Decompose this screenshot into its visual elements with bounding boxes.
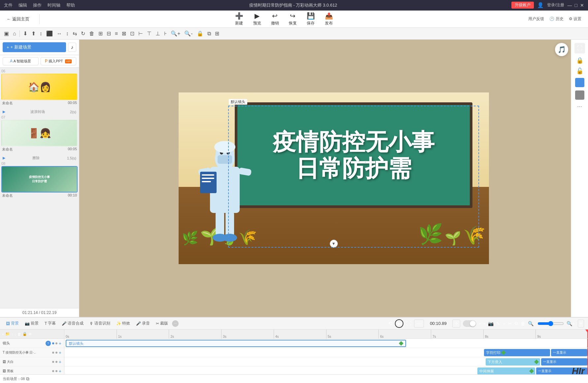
track-block-text-anim[interactable]: 字符打印 [484,349,550,356]
music-button[interactable]: ♪ [68,43,76,52]
tool-delete[interactable]: 🗑 [88,30,96,37]
more-options-button[interactable]: ··· [577,103,582,110]
delete-tl-button[interactable]: 🗑 [521,321,525,326]
tool-copy[interactable]: ⧉ [206,30,212,37]
maximize-button[interactable]: □ [575,3,577,8]
music-float-button[interactable]: 🎵 [555,43,568,56]
tool-distribute-v[interactable]: ⊢ [137,30,144,37]
time-minus-button[interactable]: — [414,320,424,328]
effect-toggle[interactable]: ✨ 特效 [114,320,132,327]
track-dot-dabai1[interactable] [52,361,54,363]
track-dot-text1[interactable] [52,352,54,354]
back-button[interactable]: ← 返回主页 [7,16,29,22]
tool-align-center-h[interactable]: ≡ [114,30,119,37]
tool-group[interactable]: ⊞ [97,30,104,37]
history-link[interactable]: 🕐 历史 [549,16,563,22]
unlock-button[interactable]: 🔓 [576,67,583,75]
track-help-icon[interactable]: ? [46,341,51,346]
track-add-icon[interactable]: + [2,332,4,336]
color-swatch-gray[interactable] [575,90,584,100]
upgrade-button[interactable]: 升级账户 [511,2,534,9]
insert-ppt-button[interactable]: P 插入PPT [41,57,77,65]
menu-help[interactable]: 帮助 [66,2,75,8]
new-button[interactable]: ➕ 新建 [235,12,243,26]
tool-select[interactable]: ▣ [3,30,10,37]
record-toggle[interactable]: 🎤 录音 [134,320,152,327]
minimize-button[interactable]: — [568,3,572,8]
tool-flip-h[interactable]: ⇆ [71,30,78,37]
track-lock-icon[interactable]: 🔒 [22,332,27,336]
track-delete-icon[interactable]: 🗑 [17,332,21,336]
tool-align-v[interactable]: ↕ [38,30,44,37]
redo-button[interactable]: ↪ 恢复 [289,12,297,26]
track-dot-bb2[interactable] [55,370,57,372]
track-expand-camera[interactable]: + [59,341,61,346]
tool-more[interactable]: ⊞ [214,30,221,37]
track-dot-camera2[interactable] [55,342,57,344]
menu-operate[interactable]: 操作 [33,2,42,8]
tool-align-left-edge[interactable]: ⊟ [105,30,112,37]
zoom-slider[interactable] [537,321,564,326]
screenshot-tl-button[interactable]: 📷 [488,321,494,326]
tool-align-up[interactable]: ⬆ [30,30,37,37]
split-button[interactable]: ⌿ [503,321,505,326]
track-up-icon[interactable]: ↑ [11,332,13,336]
tool-stretch-h[interactable]: ↔ [55,30,63,37]
lock-button[interactable]: 🔒 [576,57,583,64]
menu-timeline[interactable]: 时间轴 [48,2,60,8]
tool-align-all[interactable]: ⬛ [45,30,54,37]
settings-link[interactable]: ⚙ 设置 [569,16,581,22]
trim-button[interactable]: ✂ [508,321,512,326]
track-keyframe-text[interactable] [501,350,506,355]
tool-lock[interactable]: 🔒 [195,30,205,37]
track-keyframe-bb[interactable] [529,369,534,373]
time-plus-button[interactable]: + [452,320,460,328]
track-dot-text2[interactable] [55,352,57,354]
play-button[interactable]: ▶ [395,319,403,328]
bg-toggle[interactable]: 🖼 背景 [4,320,21,327]
transition-wave[interactable]: ▶ 波浪转场 2(s) [1,108,78,115]
track-dot-camera[interactable] [52,342,54,344]
save-button[interactable]: 💾 保存 [307,12,315,26]
tool-home[interactable]: ⌂ [12,30,17,37]
fullscreen-button[interactable]: ⛶ [574,43,585,53]
tool-distribute-h[interactable]: ⊡ [129,30,136,37]
zoom-out-tl[interactable]: 🔍- [528,321,535,326]
tool-align-right[interactable]: ⊠ [121,30,127,37]
tts-toggle[interactable]: 🎤 语音合成 [60,320,86,327]
add-track-button[interactable]: + [578,320,584,328]
track-block-camera[interactable]: 默认镜头 [66,340,406,347]
track-block-dabai-anim[interactable]: 下方滑入 [486,358,540,366]
scene-item-08[interactable]: 08 疫情防控无小事 日常防护需 未命名 00:10 [1,161,78,198]
tool-align-bottom[interactable]: ⊥ [154,30,161,37]
transition-wipe[interactable]: ▶ 擦除 1.5(s) [1,155,78,161]
tool-zoom-out[interactable]: 🔍- [183,30,194,37]
track-block-dabai-always[interactable]: 一直显示 [541,358,587,366]
tool-stretch-v[interactable]: ↕ [65,30,70,37]
crop-toggle[interactable]: ✂ 裁版 [154,320,170,327]
new-scene-button[interactable]: + + 新建场景 [3,42,66,52]
copy-tl-button[interactable]: ⧉ [515,321,518,326]
track-expand-text[interactable]: + [59,350,61,355]
loop-toggle[interactable] [463,320,476,327]
edit-button[interactable]: ✎ [496,321,500,326]
track-expand-dabai[interactable]: + [59,359,61,365]
track-keyframe-diamond[interactable] [399,341,403,346]
preview-button[interactable]: ▶ 预览 [253,12,261,26]
scene-item-06[interactable]: 06 🏠👩 未命名 00:05 [1,69,78,106]
subtitle-toggle[interactable]: T 字幕 [43,320,58,327]
ai-scene-button[interactable]: A A 智能场景 [3,57,39,65]
feedback-link[interactable]: 用户反馈 [528,16,544,22]
login-button[interactable]: 登录/注册 [547,2,564,8]
tool-distribute-c[interactable]: ⊦ [163,30,168,37]
canvas-area[interactable]: 默认镜头 疫情防控无小事 日常防护需 [79,40,588,317]
scene-item-07[interactable]: 07 🚪👧 未命名 00:05 [1,115,78,152]
track-dot-bb1[interactable] [52,370,54,372]
fullscreen-toggle[interactable]: ⛶ [406,321,411,327]
track-block-bb-anim[interactable]: 中间伸展 [477,367,535,374]
track-folder-icon[interactable]: 📁 [5,332,10,336]
menu-edit[interactable]: 编辑 [18,2,27,8]
tool-align-top[interactable]: ⊤ [146,30,153,37]
track-dot-dabai2[interactable] [55,361,57,363]
track-block-text-always[interactable]: 一直显示 [551,349,587,356]
